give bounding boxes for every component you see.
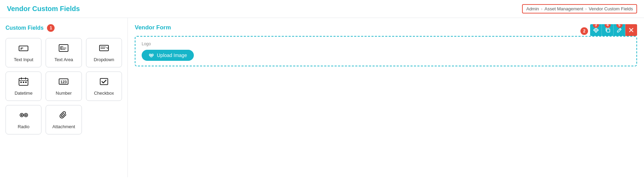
copy-icon <box>605 27 610 33</box>
svg-rect-15 <box>20 82 22 83</box>
field-label-datetime: Datetime <box>15 91 32 96</box>
breadcrumb-sep-2: › <box>585 7 587 11</box>
upload-icon <box>149 53 154 58</box>
text-input-icon <box>18 43 29 54</box>
header: Vendor Custom Fields Admin › Asset Manag… <box>0 0 644 18</box>
breadcrumb: Admin › Asset Management › Vendor Custom… <box>522 4 637 13</box>
breadcrumb-sep-1: › <box>541 7 542 11</box>
sidebar-title: Custom Fields <box>6 25 44 31</box>
field-card-text-area[interactable]: Text Area <box>46 38 82 67</box>
number-icon: 123 <box>58 77 69 88</box>
svg-point-24 <box>25 114 27 116</box>
sidebar-header: Custom Fields 1 <box>6 24 122 32</box>
logo-label: Logo <box>142 41 630 46</box>
toolbar: 2 3 4 <box>590 24 637 36</box>
field-label-text-input: Text Input <box>14 57 33 62</box>
upload-button-label: Upload Image <box>157 53 187 58</box>
main-layout: Custom Fields 1 Text Input <box>0 18 644 177</box>
page-title: Vendor Custom Fields <box>7 5 80 13</box>
field-card-dropdown[interactable]: Dropdown <box>86 38 122 67</box>
field-card-checkbox[interactable]: Checkbox <box>86 72 122 101</box>
sidebar-badge: 1 <box>47 24 55 32</box>
logo-section: Logo Upload Image <box>135 36 637 66</box>
radio-icon <box>18 110 29 121</box>
toolbar-badge: 2 <box>580 27 588 35</box>
sidebar: Custom Fields 1 Text Input <box>0 18 128 177</box>
field-label-attachment: Attachment <box>53 124 75 129</box>
field-card-text-input[interactable]: Text Input <box>6 38 41 67</box>
content-area: Vendor Form Logo Upload Image 2 <box>128 18 644 177</box>
copy-button[interactable]: 4 <box>602 24 614 36</box>
edit-button[interactable]: 5 <box>614 24 625 36</box>
field-label-radio: Radio <box>18 124 29 129</box>
field-label-dropdown: Dropdown <box>94 57 114 62</box>
svg-rect-0 <box>19 46 28 51</box>
checkbox-icon <box>99 77 109 88</box>
fields-grid: Text Input Text Area <box>6 38 122 134</box>
move-button[interactable]: 3 <box>590 24 602 36</box>
svg-point-22 <box>21 114 23 116</box>
svg-text:123: 123 <box>60 80 67 84</box>
dropdown-icon <box>99 43 109 54</box>
move-icon <box>593 27 599 33</box>
datetime-icon <box>18 77 29 88</box>
vendor-form-title: Vendor Form <box>135 24 637 31</box>
field-card-number[interactable]: 123 Number <box>46 72 82 101</box>
field-card-attachment[interactable]: Attachment <box>46 105 82 134</box>
text-area-icon <box>58 43 69 54</box>
field-card-datetime[interactable]: Datetime <box>6 72 41 101</box>
upload-image-button[interactable]: Upload Image <box>142 50 194 61</box>
svg-rect-16 <box>23 82 24 83</box>
field-label-text-area: Text Area <box>54 57 73 62</box>
svg-line-27 <box>619 29 621 30</box>
svg-rect-20 <box>100 78 108 85</box>
close-icon <box>629 28 634 32</box>
close-button[interactable] <box>625 24 637 36</box>
breadcrumb-asset-mgmt: Asset Management <box>544 6 583 11</box>
attachment-icon <box>58 110 69 121</box>
toolbar-group: 3 4 5 <box>590 24 637 36</box>
svg-rect-26 <box>607 29 610 32</box>
field-label-number: Number <box>56 91 72 96</box>
field-label-checkbox: Checkbox <box>94 91 114 96</box>
edit-icon <box>617 27 622 33</box>
svg-rect-17 <box>25 82 27 83</box>
breadcrumb-admin: Admin <box>526 6 539 11</box>
field-card-radio[interactable]: Radio <box>6 105 41 134</box>
breadcrumb-current: Vendor Custom Fields <box>589 6 633 11</box>
